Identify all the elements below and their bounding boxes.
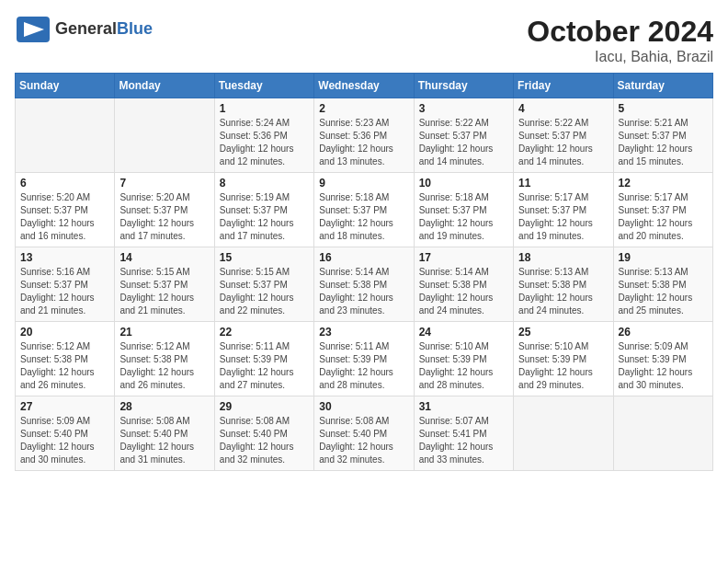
calendar-week-3: 13 Sunrise: 5:16 AM Sunset: 5:37 PM Dayl… [16, 247, 713, 322]
sunset-label: Sunset: 5:37 PM [119, 205, 188, 215]
sunrise-label: Sunrise: 5:20 AM [20, 192, 90, 202]
daylight-label: Daylight: 12 hours and 14 minutes. [419, 144, 494, 167]
col-header-friday: Friday [514, 74, 613, 98]
day-number: 23 [319, 326, 408, 339]
sunset-label: Sunset: 5:41 PM [419, 429, 487, 439]
logo-blue: Blue [117, 19, 153, 38]
sunset-label: Sunset: 5:37 PM [220, 280, 288, 290]
col-header-wednesday: Wednesday [314, 74, 414, 98]
sunset-label: Sunset: 5:39 PM [419, 354, 487, 364]
daylight-label: Daylight: 12 hours and 28 minutes. [419, 367, 494, 390]
col-header-monday: Monday [115, 74, 214, 98]
day-number: 30 [319, 400, 408, 413]
day-number: 11 [518, 177, 608, 190]
calendar-cell [16, 98, 115, 173]
day-number: 21 [119, 326, 209, 339]
sunrise-label: Sunrise: 5:18 AM [419, 192, 489, 202]
day-info: Sunrise: 5:08 AM Sunset: 5:40 PM Dayligh… [220, 415, 309, 466]
sunset-label: Sunset: 5:37 PM [119, 280, 188, 290]
day-info: Sunrise: 5:15 AM Sunset: 5:37 PM Dayligh… [119, 266, 209, 317]
col-header-saturday: Saturday [613, 74, 712, 98]
calendar-cell: 6 Sunrise: 5:20 AM Sunset: 5:37 PM Dayli… [16, 173, 115, 247]
calendar-cell: 25 Sunrise: 5:10 AM Sunset: 5:39 PM Dayl… [514, 322, 613, 396]
day-number: 6 [20, 177, 109, 190]
day-info: Sunrise: 5:20 AM Sunset: 5:37 PM Dayligh… [20, 191, 109, 243]
sunset-label: Sunset: 5:37 PM [319, 205, 387, 215]
calendar-table: SundayMondayTuesdayWednesdayThursdayFrid… [15, 73, 713, 471]
daylight-label: Daylight: 12 hours and 17 minutes. [119, 218, 194, 241]
sunrise-label: Sunrise: 5:15 AM [220, 267, 290, 277]
sunset-label: Sunset: 5:40 PM [319, 429, 387, 439]
calendar-cell: 10 Sunrise: 5:18 AM Sunset: 5:37 PM Dayl… [414, 173, 513, 247]
sunset-label: Sunset: 5:38 PM [20, 354, 88, 364]
sunrise-label: Sunrise: 5:17 AM [518, 192, 588, 202]
day-info: Sunrise: 5:22 AM Sunset: 5:37 PM Dayligh… [518, 117, 608, 168]
daylight-label: Daylight: 12 hours and 19 minutes. [518, 218, 593, 241]
sunset-label: Sunset: 5:39 PM [220, 354, 288, 364]
day-info: Sunrise: 5:13 AM Sunset: 5:38 PM Dayligh… [619, 266, 708, 317]
calendar-cell [514, 396, 613, 471]
sunrise-label: Sunrise: 5:20 AM [119, 192, 189, 202]
daylight-label: Daylight: 12 hours and 21 minutes. [119, 293, 194, 316]
sunrise-label: Sunrise: 5:24 AM [220, 118, 290, 128]
day-info: Sunrise: 5:14 AM Sunset: 5:38 PM Dayligh… [419, 266, 508, 317]
daylight-label: Daylight: 12 hours and 26 minutes. [119, 367, 194, 390]
sunset-label: Sunset: 5:37 PM [518, 131, 586, 141]
logo-icon [15, 15, 51, 44]
calendar-cell: 27 Sunrise: 5:09 AM Sunset: 5:40 PM Dayl… [16, 396, 115, 471]
calendar-cell: 22 Sunrise: 5:11 AM Sunset: 5:39 PM Dayl… [214, 322, 313, 396]
day-info: Sunrise: 5:18 AM Sunset: 5:37 PM Dayligh… [419, 191, 508, 243]
day-number: 5 [619, 102, 708, 115]
sunset-label: Sunset: 5:37 PM [419, 131, 487, 141]
sunrise-label: Sunrise: 5:19 AM [220, 192, 290, 202]
sunrise-label: Sunrise: 5:16 AM [20, 267, 90, 277]
daylight-label: Daylight: 12 hours and 28 minutes. [319, 367, 393, 390]
sunset-label: Sunset: 5:40 PM [119, 429, 188, 439]
day-number: 12 [619, 177, 708, 190]
sunrise-label: Sunrise: 5:13 AM [619, 267, 688, 277]
sunset-label: Sunset: 5:37 PM [20, 205, 88, 215]
calendar-cell: 19 Sunrise: 5:13 AM Sunset: 5:38 PM Dayl… [613, 247, 712, 322]
day-number: 10 [419, 177, 508, 190]
day-number: 17 [419, 251, 508, 264]
day-info: Sunrise: 5:08 AM Sunset: 5:40 PM Dayligh… [319, 415, 408, 466]
calendar-cell: 24 Sunrise: 5:10 AM Sunset: 5:39 PM Dayl… [414, 322, 513, 396]
sunrise-label: Sunrise: 5:12 AM [20, 341, 90, 351]
daylight-label: Daylight: 12 hours and 29 minutes. [518, 367, 593, 390]
sunrise-label: Sunrise: 5:08 AM [119, 416, 189, 426]
sunrise-label: Sunrise: 5:22 AM [419, 118, 489, 128]
sunrise-label: Sunrise: 5:11 AM [220, 341, 290, 351]
sunset-label: Sunset: 5:39 PM [518, 354, 586, 364]
day-number: 31 [419, 400, 508, 413]
calendar-cell: 14 Sunrise: 5:15 AM Sunset: 5:37 PM Dayl… [115, 247, 214, 322]
day-number: 13 [20, 251, 109, 264]
sunset-label: Sunset: 5:38 PM [518, 280, 586, 290]
day-number: 29 [220, 400, 309, 413]
day-info: Sunrise: 5:19 AM Sunset: 5:37 PM Dayligh… [220, 191, 309, 243]
calendar-week-5: 27 Sunrise: 5:09 AM Sunset: 5:40 PM Dayl… [16, 396, 713, 471]
sunset-label: Sunset: 5:38 PM [619, 280, 687, 290]
day-info: Sunrise: 5:20 AM Sunset: 5:37 PM Dayligh… [119, 191, 209, 243]
sunset-label: Sunset: 5:38 PM [419, 280, 487, 290]
calendar-cell: 28 Sunrise: 5:08 AM Sunset: 5:40 PM Dayl… [115, 396, 214, 471]
sunrise-label: Sunrise: 5:17 AM [619, 192, 688, 202]
day-number: 18 [518, 251, 608, 264]
calendar-cell: 11 Sunrise: 5:17 AM Sunset: 5:37 PM Dayl… [514, 173, 613, 247]
day-number: 24 [419, 326, 508, 339]
calendar-cell: 23 Sunrise: 5:11 AM Sunset: 5:39 PM Dayl… [314, 322, 414, 396]
daylight-label: Daylight: 12 hours and 23 minutes. [319, 293, 393, 316]
day-number: 28 [119, 400, 209, 413]
col-header-tuesday: Tuesday [214, 74, 313, 98]
logo: GeneralBlue [15, 15, 153, 44]
sunset-label: Sunset: 5:38 PM [119, 354, 188, 364]
calendar-cell: 3 Sunrise: 5:22 AM Sunset: 5:37 PM Dayli… [414, 98, 513, 173]
day-info: Sunrise: 5:24 AM Sunset: 5:36 PM Dayligh… [220, 117, 309, 168]
sunrise-label: Sunrise: 5:08 AM [319, 416, 389, 426]
title-block: October 2024 Iacu, Bahia, Brazil [527, 15, 713, 65]
sunrise-label: Sunrise: 5:21 AM [619, 118, 688, 128]
day-number: 25 [518, 326, 608, 339]
day-number: 1 [220, 102, 309, 115]
day-info: Sunrise: 5:21 AM Sunset: 5:37 PM Dayligh… [619, 117, 708, 168]
daylight-label: Daylight: 12 hours and 31 minutes. [119, 442, 194, 465]
sunrise-label: Sunrise: 5:18 AM [319, 192, 389, 202]
